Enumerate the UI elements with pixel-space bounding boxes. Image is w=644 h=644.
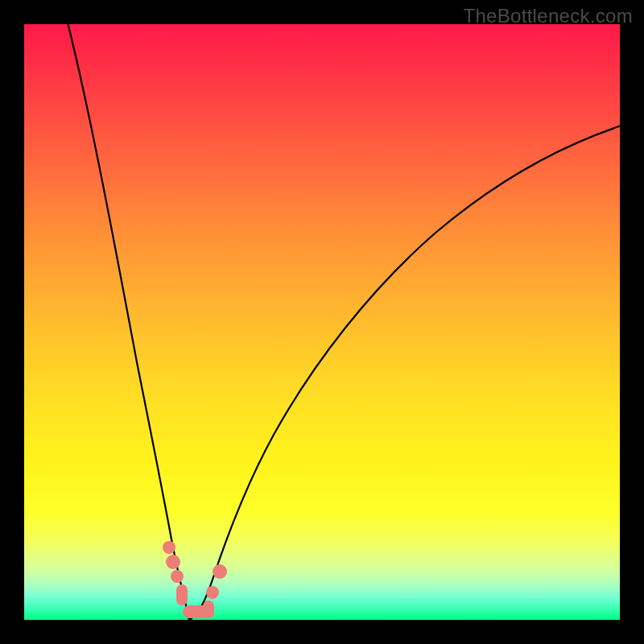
marker-dot <box>166 555 180 569</box>
marker-pill <box>203 601 214 618</box>
marker-dot <box>163 541 175 554</box>
marker-dot <box>171 570 184 583</box>
marker-dot <box>213 564 227 579</box>
curve-right-branch <box>189 126 620 620</box>
watermark-text: TheBottleneck.com <box>463 5 633 27</box>
curve-layer <box>24 24 620 620</box>
chart-frame: TheBottleneck.com <box>0 0 644 644</box>
curve-left-branch <box>66 24 189 620</box>
marker-pill <box>176 584 188 605</box>
plot-area <box>24 24 620 620</box>
marker-dot <box>206 586 219 599</box>
